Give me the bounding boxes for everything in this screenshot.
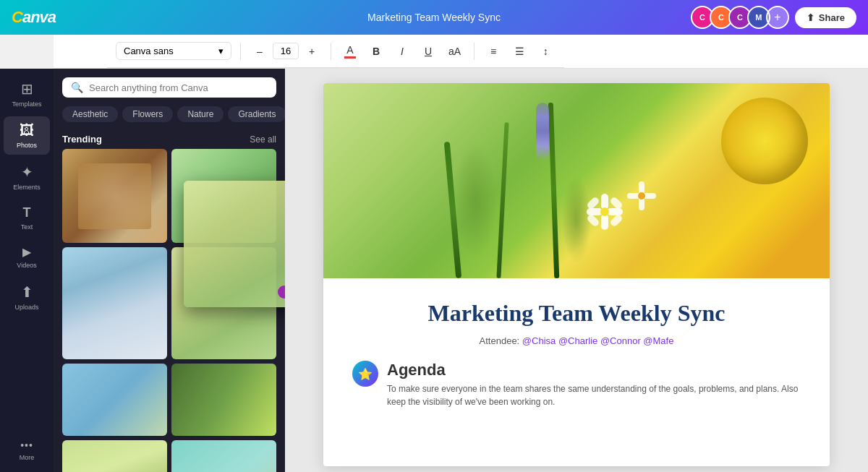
see-all-link[interactable]: See all — [250, 134, 276, 145]
search-icon: 🔍 — [71, 82, 83, 93]
top-bar-left: Canva — [12, 8, 56, 27]
yellow-pompom — [721, 98, 808, 184]
filter-tag-flowers[interactable]: Flowers — [122, 106, 173, 122]
sidebar-item-label-elements: Elements — [13, 184, 41, 191]
lavender-flower — [536, 103, 549, 160]
agenda-text: To make sure everyone in the team shares… — [387, 382, 801, 408]
uploads-icon: ⬆ — [21, 283, 33, 301]
main-layout: ⊞ Templates 🖼 Photos ✦ Elements T Text ▶… — [0, 69, 868, 472]
agenda-icon: ⭐ — [352, 361, 378, 387]
photo-item-food[interactable] — [62, 149, 167, 243]
sidebar-item-label-photos: Photos — [17, 142, 37, 149]
text-icon: T — [23, 205, 31, 220]
daisy-white — [587, 194, 623, 230]
sidebar-item-text[interactable]: T Text — [4, 199, 50, 236]
add-collaborator-button[interactable]: + — [766, 6, 789, 29]
font-size-group: – + — [250, 43, 322, 60]
share-button[interactable]: ⬆ Share — [795, 7, 856, 28]
avatar-group: C C C M + — [691, 6, 789, 29]
document-title[interactable]: Marketing Team Weekly Sync — [367, 12, 501, 23]
font-size-decrease-button[interactable]: – — [250, 43, 270, 60]
photo-item-woman-blue[interactable] — [62, 247, 167, 359]
filter-tag-aesthetic[interactable]: Aesthetic — [62, 106, 118, 122]
sidebar-item-label-templates: Templates — [12, 100, 41, 108]
sidebar-item-uploads[interactable]: ⬆ Uploads — [4, 278, 50, 317]
top-bar: Canva Marketing Team Weekly Sync C C C M… — [0, 0, 868, 35]
canvas-area[interactable]: Marketing Team Weekly Sync Attendee: @Ch… — [285, 69, 868, 472]
font-case-button[interactable]: aA — [444, 43, 465, 60]
canva-logo[interactable]: Canva — [12, 8, 56, 27]
sidebar-item-label-uploads: Uploads — [14, 304, 38, 311]
photos-icon: 🖼 — [20, 122, 34, 139]
toolbar-divider-3 — [474, 43, 475, 60]
align-left-button[interactable]: ≡ — [483, 43, 503, 60]
filter-tags: Aesthetic Flowers Nature Gradients › — [54, 106, 285, 129]
font-size-increase-button[interactable]: + — [302, 43, 322, 60]
toolbar-divider-1 — [240, 43, 241, 60]
trending-header: Trending See all — [54, 129, 285, 149]
text-color-bar — [344, 56, 356, 59]
templates-icon: ⊞ — [21, 80, 33, 98]
filter-tag-nature[interactable]: Nature — [177, 106, 224, 122]
text-color-button[interactable]: A — [340, 41, 360, 61]
slide-title[interactable]: Marketing Team Weekly Sync — [352, 300, 801, 327]
bold-button[interactable]: B — [366, 43, 386, 60]
slide[interactable]: Marketing Team Weekly Sync Attendee: @Ch… — [323, 83, 830, 466]
videos-icon: ▶ — [22, 245, 31, 259]
top-bar-right: C C C M + ⬆ Share — [691, 6, 856, 29]
photo-item-grass[interactable] — [62, 440, 167, 472]
sidebar-item-more[interactable]: ••• More — [4, 434, 50, 467]
slide-attendee: Attendee: @Chisa @Charlie @Connor @Mafe — [352, 335, 801, 346]
chevron-down-icon: ▾ — [218, 46, 224, 56]
underline-button[interactable]: U — [418, 43, 438, 60]
sidebar-item-label-more: More — [20, 454, 35, 461]
photo-item-women-outdoors[interactable] — [62, 364, 167, 436]
agenda-section: ⭐ Agenda To make sure everyone in the te… — [352, 361, 801, 408]
search-input[interactable] — [89, 82, 268, 93]
sidebar-item-photos[interactable]: 🖼 Photos — [4, 116, 50, 155]
daisy-yellow — [627, 181, 656, 210]
text-spacing-button[interactable]: ↕ — [535, 43, 556, 60]
sidebar-item-templates[interactable]: ⊞ Templates — [4, 74, 50, 113]
left-sidebar: ⊞ Templates 🖼 Photos ✦ Elements T Text ▶… — [0, 69, 54, 472]
dragged-photo — [184, 181, 285, 307]
photo-item-yoga[interactable] — [171, 440, 276, 472]
photo-item-woman-green[interactable] — [171, 364, 276, 436]
toolbar-divider-2 — [331, 43, 331, 60]
agenda-content: Agenda To make sure everyone in the team… — [387, 361, 801, 408]
more-icon: ••• — [20, 439, 33, 451]
text-color-icon: A — [344, 44, 356, 59]
elements-icon: ✦ — [21, 163, 33, 181]
filter-tag-gradients[interactable]: Gradients — [228, 106, 285, 122]
sidebar-item-elements[interactable]: ✦ Elements — [4, 158, 50, 197]
attendee-names: @Chisa @Charlie @Connor @Mafe — [522, 335, 674, 346]
search-input-wrap[interactable]: 🔍 — [62, 77, 276, 98]
font-family-select[interactable]: Canva sans ▾ — [116, 42, 231, 60]
sidebar-item-label-text: Text — [21, 223, 33, 231]
trending-title: Trending — [62, 134, 102, 145]
search-bar: 🔍 — [54, 69, 285, 106]
sidebar-item-videos[interactable]: ▶ Videos — [4, 239, 50, 275]
sidebar-item-label-videos: Videos — [17, 262, 36, 269]
formatting-toolbar: Canva sans ▾ – + A B I U aA ≡ ☰ ↕ — [107, 35, 564, 68]
slide-header-image — [323, 83, 830, 278]
share-icon: ⬆ — [807, 12, 814, 23]
align-list-button[interactable]: ☰ — [509, 43, 529, 60]
italic-button[interactable]: I — [392, 43, 412, 60]
slide-content: Marketing Team Weekly Sync Attendee: @Ch… — [323, 278, 830, 439]
font-size-input[interactable] — [273, 43, 299, 59]
agenda-title[interactable]: Agenda — [387, 361, 801, 379]
photos-panel: 🔍 Aesthetic Flowers Nature Gradients › T… — [54, 69, 285, 472]
